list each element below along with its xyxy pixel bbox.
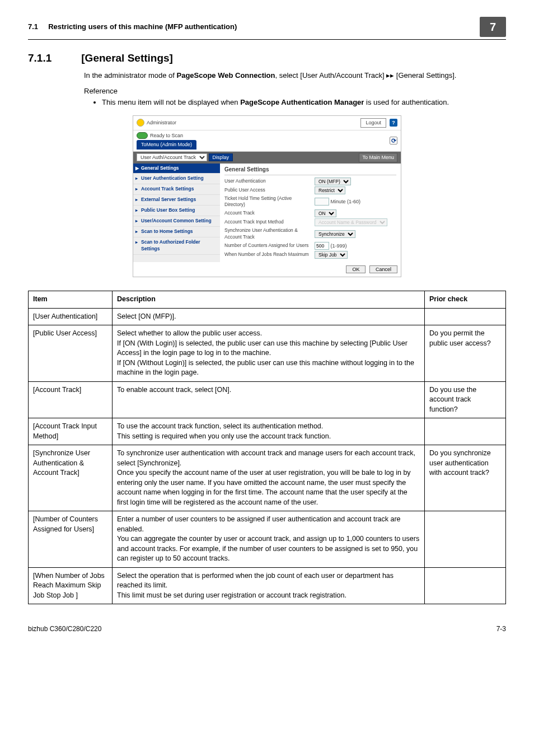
header-section: 7.1 Restricting users of this machine (M… bbox=[28, 22, 237, 32]
refresh-icon[interactable]: ⟳ bbox=[390, 137, 397, 144]
cell-check: Do you permit the public user access? bbox=[425, 325, 506, 382]
sync-select[interactable]: Synchronize bbox=[315, 230, 355, 238]
table-row: [When Number of Jobs Reach Maximum Skip … bbox=[29, 567, 506, 604]
web-screenshot: Administrator Logout ? Ready to Scan ToM… bbox=[133, 115, 401, 277]
section-heading-title: [General Settings] bbox=[81, 52, 173, 64]
cell-check bbox=[425, 308, 506, 325]
row-label: Ticket Hold Time Setting (Active Directo… bbox=[224, 195, 311, 209]
chapter-badge: 7 bbox=[480, 17, 506, 37]
sidebar-item-scan-authorized[interactable]: Scan to Authorized Folder Settings bbox=[133, 237, 220, 255]
reference-bullet: This menu item will not be displayed whe… bbox=[102, 97, 506, 108]
cell-item: [When Number of Jobs Reach Maximum Skip … bbox=[29, 567, 113, 604]
cell-item: [Account Track] bbox=[29, 381, 113, 418]
ticket-suffix: Minute (1-60) bbox=[331, 199, 361, 204]
status-ready: Ready to Scan bbox=[150, 132, 183, 139]
cell-desc: To use the account track function, selec… bbox=[113, 418, 425, 445]
footer-left: bizhub C360/C280/C220 bbox=[28, 624, 101, 634]
ws-sidebar: General Settings User Authentication Set… bbox=[133, 164, 220, 263]
account-input-method-select: Account Name & Password bbox=[315, 218, 387, 226]
cell-item: [Number of Counters Assigned for Users] bbox=[29, 511, 113, 568]
ws-button-row: OK Cancel bbox=[133, 262, 401, 277]
ok-button[interactable]: OK bbox=[346, 265, 366, 273]
bullet-text: This menu item will not be displayed whe… bbox=[102, 98, 240, 106]
table-row: [Account Track]To enable account track, … bbox=[29, 381, 506, 418]
cell-item: [Synchronize User Authentication & Accou… bbox=[29, 445, 113, 511]
ws-nav: User Auth/Account Track Display To Main … bbox=[133, 152, 401, 164]
header-section-num: 7.1 bbox=[28, 22, 38, 31]
row-label: User Authentication bbox=[224, 178, 311, 185]
user-auth-select[interactable]: ON (MFP) bbox=[315, 178, 351, 185]
ws-topbar: Administrator Logout ? bbox=[133, 116, 401, 130]
reference-label: Reference bbox=[84, 86, 506, 96]
counters-suffix: (1-999) bbox=[331, 243, 347, 249]
cell-item: [Public User Access] bbox=[29, 325, 113, 382]
header-section-title: Restricting users of this machine (MFP a… bbox=[48, 22, 237, 31]
table-row: [User Authentication]Select [ON (MFP)]. bbox=[29, 308, 506, 325]
row-label: Account Track Input Method bbox=[224, 219, 311, 226]
maxjobs-select[interactable]: Skip Job bbox=[315, 251, 348, 259]
cell-check bbox=[425, 511, 506, 568]
th-check: Prior check bbox=[425, 291, 506, 309]
public-access-select[interactable]: Restrict bbox=[315, 186, 345, 194]
admin-badge-icon bbox=[137, 119, 144, 127]
to-main-menu-button[interactable]: To Main Menu bbox=[359, 153, 397, 162]
ws-main-panel: General Settings User AuthenticationON (… bbox=[220, 164, 401, 263]
bullet-bold: PageScope Authentication Manager bbox=[240, 98, 364, 106]
row-label: Number of Counters Assigned for Users bbox=[224, 242, 311, 249]
cell-check bbox=[425, 567, 506, 604]
cell-desc: Select [ON (MFP)]. bbox=[113, 308, 425, 325]
th-item: Item bbox=[29, 291, 113, 309]
row-label: Public User Access bbox=[224, 187, 311, 194]
cell-item: [User Authentication] bbox=[29, 308, 113, 325]
cell-check: Do you synchronize user authentication w… bbox=[425, 445, 506, 511]
page-header: 7.1 Restricting users of this machine (M… bbox=[28, 17, 506, 40]
printer-status-icon bbox=[137, 132, 148, 139]
help-icon[interactable]: ? bbox=[390, 119, 397, 127]
row-label: When Number of Jobs Reach Maximum bbox=[224, 251, 311, 258]
sidebar-item-external-server[interactable]: External Server Settings bbox=[133, 195, 220, 206]
items-tbody: [User Authentication]Select [ON (MFP)].[… bbox=[29, 308, 506, 604]
table-row: [Number of Counters Assigned for Users]E… bbox=[29, 511, 506, 568]
page-footer: bizhub C360/C280/C220 7-3 bbox=[28, 621, 506, 634]
account-track-select[interactable]: ON bbox=[315, 209, 336, 217]
ws-statusbar: Ready to Scan ToMenu (Admin Mode) ⟳ bbox=[133, 130, 401, 152]
counters-input[interactable] bbox=[315, 242, 329, 250]
admin-label: Administrator bbox=[147, 119, 176, 127]
intro-bold-product: PageScope Web Connection bbox=[176, 71, 275, 80]
cell-desc: To synchronize user authentication with … bbox=[113, 445, 425, 511]
row-label: Account Track bbox=[224, 210, 311, 217]
cell-check bbox=[425, 418, 506, 445]
cell-item: [Account Track Input Method] bbox=[29, 418, 113, 445]
cell-desc: Select the operation that is performed w… bbox=[113, 567, 425, 604]
intro-paragraph: In the administrator mode of PageScope W… bbox=[84, 71, 506, 81]
category-select[interactable]: User Auth/Account Track bbox=[137, 153, 207, 161]
reference-list: This menu item will not be displayed whe… bbox=[94, 97, 506, 108]
ticket-input bbox=[315, 198, 329, 206]
cell-check: Do you use the account track function? bbox=[425, 381, 506, 418]
sidebar-item-common-setting[interactable]: User/Account Common Setting bbox=[133, 216, 220, 227]
display-button[interactable]: Display bbox=[209, 153, 233, 161]
cell-desc: Select whether to allow the public user … bbox=[113, 325, 425, 382]
tab-tomenu[interactable]: ToMenu (Admin Mode) bbox=[137, 140, 196, 150]
sidebar-item-scan-home[interactable]: Scan to Home Settings bbox=[133, 227, 220, 237]
table-row: [Synchronize User Authentication & Accou… bbox=[29, 445, 506, 511]
cancel-button[interactable]: Cancel bbox=[369, 265, 397, 273]
cell-desc: Enter a number of user counters to be as… bbox=[113, 511, 425, 568]
sidebar-item-user-auth[interactable]: User Authentication Setting bbox=[133, 174, 220, 184]
logout-button[interactable]: Logout bbox=[360, 118, 386, 128]
th-desc: Description bbox=[113, 291, 425, 309]
table-row: [Public User Access]Select whether to al… bbox=[29, 325, 506, 382]
table-row: [Account Track Input Method]To use the a… bbox=[29, 418, 506, 445]
footer-right: 7-3 bbox=[496, 624, 506, 634]
sidebar-item-public-user-box[interactable]: Public User Box Setting bbox=[133, 206, 220, 216]
sidebar-item-general-settings[interactable]: General Settings bbox=[133, 164, 220, 174]
sidebar-item-account-track[interactable]: Account Track Settings bbox=[133, 184, 220, 195]
bullet-text-tail: is used for authentication. bbox=[364, 98, 449, 106]
row-label: Synchronize User Authentication & Accoun… bbox=[224, 227, 311, 241]
cell-desc: To enable account track, select [ON]. bbox=[113, 381, 425, 418]
intro-text: In the administrator mode of bbox=[84, 71, 176, 80]
panel-title: General Settings bbox=[224, 166, 396, 175]
section-heading: 7.1.1 [General Settings] bbox=[28, 51, 506, 66]
section-heading-num: 7.1.1 bbox=[28, 51, 78, 66]
items-table: Item Description Prior check [User Authe… bbox=[28, 291, 506, 604]
